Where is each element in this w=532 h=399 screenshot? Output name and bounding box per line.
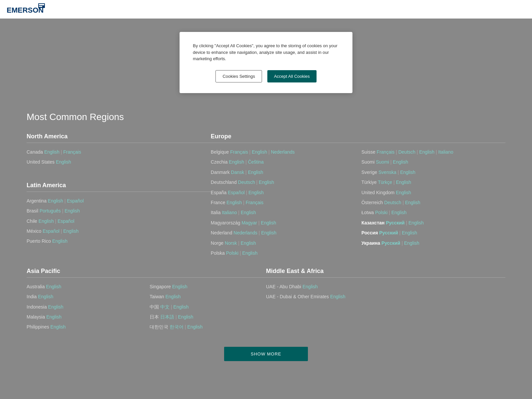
- magyarorszag-english-link[interactable]: English: [261, 220, 276, 225]
- china-chinese-link[interactable]: 中文: [160, 304, 170, 310]
- accept-all-cookies-button[interactable]: Accept All Cookies: [267, 70, 317, 82]
- turkiye-english-link[interactable]: English: [396, 180, 411, 185]
- mexico-english-link[interactable]: English: [63, 228, 78, 234]
- france-francais-link[interactable]: Français: [246, 200, 264, 205]
- canada-english-link[interactable]: English: [44, 149, 60, 155]
- suomi-suomi-link[interactable]: Suomi: [376, 159, 389, 165]
- sverige-english-link[interactable]: English: [400, 170, 415, 175]
- asia-left-col: Australia English India English Indonesi…: [27, 283, 143, 333]
- philippines-english-link[interactable]: English: [51, 324, 66, 330]
- svg-rect-2: [39, 4, 44, 5]
- france-english-link[interactable]: English: [226, 200, 242, 205]
- italia-italiano-link[interactable]: Italiano: [222, 210, 237, 215]
- suisse-italiano-link[interactable]: Italiano: [438, 149, 453, 155]
- chile-espanol-link[interactable]: Español: [58, 218, 74, 224]
- list-item: Czechia English | Čeština: [211, 158, 355, 166]
- uae-dubai-english-link[interactable]: English: [330, 294, 345, 299]
- polska-english-link[interactable]: English: [242, 250, 258, 256]
- japan-japanese-link[interactable]: 日本語: [160, 314, 174, 320]
- cookies-settings-button[interactable]: Cookies Settings: [215, 70, 262, 82]
- list-item: España Español | English: [211, 189, 355, 196]
- deutschland-deutsch-link[interactable]: Deutsch: [238, 180, 255, 185]
- list-item: Taiwan English: [150, 293, 266, 300]
- list-item: Belgique Français | English | Nederlands: [211, 148, 355, 156]
- list-item: Украина Русский | English: [361, 239, 505, 247]
- russia-english-link[interactable]: English: [402, 230, 417, 235]
- middle-east-title: Middle East & Africa: [266, 268, 505, 278]
- puertorico-english-link[interactable]: English: [52, 238, 67, 244]
- kazakhstan-russian-link[interactable]: Русский: [386, 220, 405, 225]
- argentina-english-link[interactable]: English: [48, 198, 63, 203]
- list-item: India English: [27, 293, 143, 300]
- ukraine-russian-link[interactable]: Русский: [381, 240, 400, 246]
- malaysia-english-link[interactable]: English: [46, 314, 62, 320]
- espana-english-link[interactable]: English: [248, 190, 264, 195]
- czechia-cestina-link[interactable]: Čeština: [248, 159, 264, 165]
- espana-espanol-link[interactable]: Español: [228, 190, 245, 195]
- emerson-logo: EMERSON: [7, 3, 47, 16]
- us-english-link[interactable]: English: [56, 159, 71, 165]
- suisse-english-link[interactable]: English: [419, 149, 435, 155]
- cookie-buttons: Cookies Settings Accept All Cookies: [193, 70, 339, 82]
- italia-english-link[interactable]: English: [241, 210, 256, 215]
- danmark-dansk-link[interactable]: Dansk: [231, 170, 244, 175]
- list-item: UAE - Dubai & Other Emirates English: [266, 293, 505, 300]
- list-item: Canada English | Français: [27, 148, 211, 156]
- canada-francais-link[interactable]: Français: [63, 149, 81, 155]
- suisse-deutsch-link[interactable]: Deutsch: [398, 149, 415, 155]
- list-item: Italia Italiano | English: [211, 209, 355, 216]
- latin-america-section: Latin America Argentina English | Españo…: [27, 182, 211, 261]
- page-overlay: By clicking "Accept All Cookies", you ag…: [0, 19, 532, 399]
- korea-english-link[interactable]: English: [187, 324, 202, 330]
- suisse-francais-link[interactable]: Français: [377, 149, 395, 155]
- uk-english-link[interactable]: English: [396, 190, 411, 195]
- belgique-nederlands-link[interactable]: Nederlands: [271, 149, 295, 155]
- osterreich-deutsch-link[interactable]: Deutsch: [384, 200, 401, 205]
- danmark-english-link[interactable]: English: [248, 170, 263, 175]
- turkiye-turkce-link[interactable]: Türkçe: [378, 180, 392, 185]
- indonesia-english-link[interactable]: English: [48, 304, 64, 310]
- deutschland-english-link[interactable]: English: [259, 180, 274, 185]
- lotwa-polski-link[interactable]: Polski: [375, 210, 387, 215]
- magyarorszag-magyar-link[interactable]: Magyar: [241, 220, 257, 225]
- norge-english-link[interactable]: English: [241, 240, 256, 246]
- list-item: Australia English: [27, 283, 143, 290]
- taiwan-english-link[interactable]: English: [165, 294, 181, 299]
- logo-container: EMERSON: [7, 3, 47, 16]
- suomi-english-link[interactable]: English: [393, 159, 408, 165]
- osterreich-english-link[interactable]: English: [405, 200, 420, 205]
- lotwa-english-link[interactable]: English: [391, 210, 407, 215]
- brasil-english-link[interactable]: English: [65, 208, 80, 213]
- czechia-english-link[interactable]: English: [229, 159, 244, 165]
- kazakhstan-english-link[interactable]: English: [408, 220, 424, 225]
- asia-pacific-title: Asia Pacific: [27, 268, 266, 278]
- list-item: Łotwa Polski | English: [361, 209, 505, 216]
- list-item: United States English: [27, 158, 211, 166]
- list-item: México Español | English: [27, 227, 211, 235]
- belgique-francais-link[interactable]: Français: [230, 149, 248, 155]
- show-more-container: SHOW MORE: [27, 347, 505, 361]
- argentina-espanol-link[interactable]: Español: [67, 198, 84, 203]
- uae-abudhabi-english-link[interactable]: English: [303, 284, 318, 289]
- header: EMERSON: [0, 0, 532, 19]
- nederland-english-link[interactable]: English: [261, 230, 276, 235]
- sverige-svenska-link[interactable]: Svenska: [378, 170, 396, 175]
- china-english-link[interactable]: English: [173, 304, 189, 310]
- india-english-link[interactable]: English: [38, 294, 53, 299]
- brasil-portugues-link[interactable]: Português: [40, 208, 61, 213]
- russia-russian-link[interactable]: Русский: [379, 230, 398, 235]
- korea-korean-link[interactable]: 한국어: [170, 324, 184, 330]
- mexico-espanol-link[interactable]: Español: [43, 228, 60, 234]
- show-more-button[interactable]: SHOW MORE: [224, 347, 308, 361]
- ukraine-english-link[interactable]: English: [404, 240, 419, 246]
- japan-english-link[interactable]: English: [178, 314, 193, 320]
- chile-english-link[interactable]: English: [39, 218, 54, 224]
- nederland-nederlands-link[interactable]: Nederlands: [233, 230, 257, 235]
- europe-title: Europe: [211, 133, 505, 143]
- australia-english-link[interactable]: English: [46, 284, 61, 289]
- list-item: Казахстан Русский | English: [361, 219, 505, 226]
- polska-polski-link[interactable]: Polski: [226, 250, 238, 256]
- norge-norsk-link[interactable]: Norsk: [225, 240, 237, 246]
- singapore-english-link[interactable]: English: [172, 284, 188, 289]
- belgique-english-link[interactable]: English: [252, 149, 267, 155]
